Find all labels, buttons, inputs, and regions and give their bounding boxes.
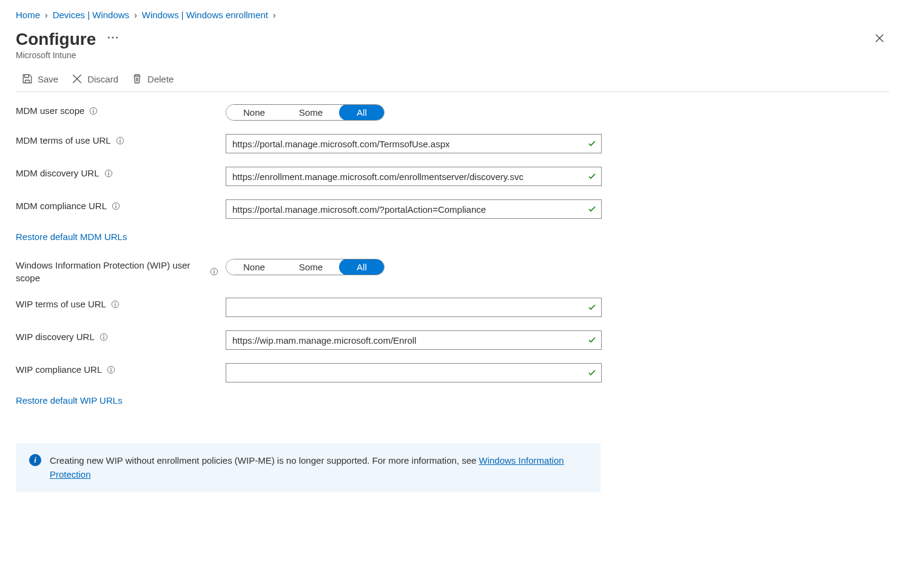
info-icon[interactable] xyxy=(116,136,124,145)
svg-rect-5 xyxy=(119,140,120,142)
mdm-user-scope-label: MDM user scope xyxy=(16,104,84,117)
svg-point-7 xyxy=(108,171,109,172)
mdm-scope-some[interactable]: Some xyxy=(282,105,340,120)
wip-user-scope-label: Windows Information Protection (WIP) use… xyxy=(16,259,205,284)
info-icon[interactable] xyxy=(112,202,120,210)
discard-button[interactable]: Discard xyxy=(72,73,118,84)
breadcrumb-windows-enrollment[interactable]: Windows | Windows enrollment xyxy=(142,10,268,20)
svg-point-19 xyxy=(103,335,104,336)
mdm-tou-label: MDM terms of use URL xyxy=(16,134,111,147)
discard-icon xyxy=(72,73,82,84)
page-title-text: Configure xyxy=(16,30,96,49)
mdm-scope-none[interactable]: None xyxy=(226,105,282,120)
page-title: Configure ⋯ xyxy=(16,30,870,49)
chevron-right-icon: › xyxy=(44,10,49,20)
valid-check-icon xyxy=(587,204,597,214)
discard-label: Discard xyxy=(87,74,118,84)
save-label: Save xyxy=(38,74,58,84)
info-banner: i Creating new WIP without enrollment po… xyxy=(16,443,601,492)
mdm-compliance-label: MDM compliance URL xyxy=(16,199,107,212)
chevron-right-icon: › xyxy=(133,10,138,20)
wip-discovery-label: WIP discovery URL xyxy=(16,330,95,343)
breadcrumb-devices-windows[interactable]: Devices | Windows xyxy=(53,10,129,20)
page-subtitle: Microsoft Intune xyxy=(16,50,870,60)
close-icon xyxy=(875,33,884,43)
svg-rect-20 xyxy=(103,336,104,339)
info-icon[interactable] xyxy=(107,366,115,374)
valid-check-icon xyxy=(587,139,597,149)
svg-rect-2 xyxy=(93,110,94,113)
svg-point-22 xyxy=(110,367,112,369)
wip-compliance-input[interactable] xyxy=(226,363,602,383)
valid-check-icon xyxy=(587,368,597,378)
chevron-right-icon: › xyxy=(272,10,277,20)
svg-point-1 xyxy=(93,109,95,110)
valid-check-icon xyxy=(587,335,597,345)
wip-discovery-input[interactable] xyxy=(226,330,602,350)
mdm-scope-all[interactable]: All xyxy=(339,104,385,121)
delete-button[interactable]: Delete xyxy=(132,73,173,84)
wip-tou-input[interactable] xyxy=(226,298,602,317)
wip-user-scope-segmented[interactable]: None Some All xyxy=(226,259,385,275)
svg-rect-17 xyxy=(115,304,115,306)
toolbar: Save Discard Delete xyxy=(16,67,889,92)
restore-mdm-urls-link[interactable]: Restore default MDM URLs xyxy=(16,232,127,242)
save-button[interactable]: Save xyxy=(22,73,58,84)
valid-check-icon xyxy=(587,172,597,181)
more-actions-button[interactable]: ⋯ xyxy=(107,31,120,43)
close-button[interactable] xyxy=(870,28,889,48)
mdm-user-scope-segmented[interactable]: None Some All xyxy=(226,104,385,121)
mdm-compliance-input[interactable] xyxy=(226,199,602,219)
svg-point-13 xyxy=(214,270,215,271)
delete-label: Delete xyxy=(147,74,173,84)
delete-icon xyxy=(132,73,143,84)
mdm-discovery-label: MDM discovery URL xyxy=(16,167,99,179)
wip-scope-all[interactable]: All xyxy=(339,259,385,275)
info-icon: i xyxy=(29,454,41,466)
info-icon[interactable] xyxy=(89,107,98,115)
wip-tou-label: WIP terms of use URL xyxy=(16,298,106,310)
breadcrumb: Home › Devices | Windows › Windows | Win… xyxy=(16,10,889,20)
svg-point-16 xyxy=(115,302,116,303)
info-icon[interactable] xyxy=(111,300,119,309)
mdm-tou-input[interactable] xyxy=(226,134,602,153)
info-icon[interactable] xyxy=(210,267,218,276)
wip-scope-some[interactable]: Some xyxy=(282,259,340,275)
info-banner-text: Creating new WIP without enrollment poli… xyxy=(50,454,587,481)
wip-scope-none[interactable]: None xyxy=(226,259,282,275)
info-icon[interactable] xyxy=(104,169,113,178)
svg-point-10 xyxy=(115,204,116,205)
save-icon xyxy=(22,73,33,84)
svg-point-4 xyxy=(119,138,121,139)
mdm-discovery-input[interactable] xyxy=(226,167,602,186)
restore-wip-urls-link[interactable]: Restore default WIP URLs xyxy=(16,395,123,406)
svg-rect-23 xyxy=(111,369,112,372)
info-icon[interactable] xyxy=(99,333,108,341)
wip-compliance-label: WIP compliance URL xyxy=(16,363,102,376)
valid-check-icon xyxy=(587,302,597,312)
info-banner-message: Creating new WIP without enrollment poli… xyxy=(50,455,479,466)
svg-rect-14 xyxy=(214,271,214,273)
svg-rect-11 xyxy=(115,205,116,208)
breadcrumb-home[interactable]: Home xyxy=(16,10,40,20)
svg-rect-8 xyxy=(108,173,109,175)
